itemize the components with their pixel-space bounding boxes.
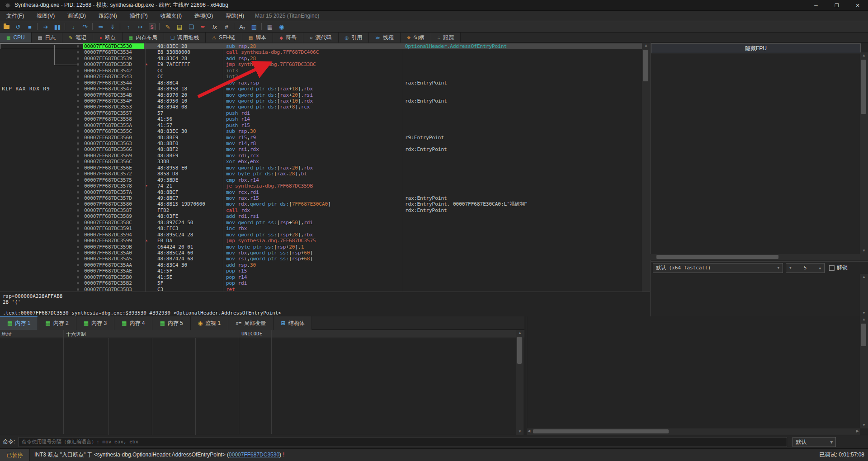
disasm-address[interactable]: 00007FF687DC358C: [84, 220, 143, 226]
menu-item-2[interactable]: 调试(D): [61, 11, 92, 21]
close-button[interactable]: ✕: [847, 0, 868, 11]
menu-item-6[interactable]: 选项(O): [188, 11, 219, 21]
disasm-address[interactable]: 00007FF687DC3587: [84, 207, 143, 213]
tab-script[interactable]: ▤脚本: [242, 33, 273, 42]
disasm-instruction[interactable]: mov qword ptr ds:[rax+18],rbx: [226, 86, 401, 92]
disasm-address[interactable]: 00007FF687DC359B: [84, 244, 143, 250]
tab-threads[interactable]: ≫线程: [369, 33, 400, 42]
arguments-scrollbar[interactable]: ▲▼: [860, 274, 868, 316]
breakpoint-dot[interactable]: [77, 130, 79, 132]
arguments-view[interactable]: [651, 274, 860, 316]
disasm-address[interactable]: 00007FF687DC3575: [84, 177, 143, 183]
unlock-checkbox[interactable]: 解锁: [829, 264, 848, 272]
disasm-instruction[interactable]: mov qword ptr ds:[rax+8],rcx: [226, 104, 401, 110]
disasm-instruction[interactable]: int3: [226, 68, 401, 74]
command-profile-select[interactable]: 默认▾: [793, 437, 836, 447]
disasm-instruction[interactable]: mov rdx,qword ptr ds:[7FF687E30CA0]: [226, 201, 401, 207]
disasm-instruction[interactable]: mov rsi,rdx: [226, 146, 401, 152]
disasm-instruction[interactable]: mov qword ptr ds:[rax-20],rbx: [226, 165, 401, 171]
disasm-row[interactable]: 00007FF687DC357D49:8BC7mov rax,r15rax:En…: [0, 195, 642, 201]
disasm-instruction[interactable]: mov rax,rsp: [226, 80, 401, 86]
disassembly-view[interactable]: 00007FF687DC353048:83EC 28sub rsp,28Opti…: [0, 42, 642, 292]
disasm-address[interactable]: 00007FF687DC3558: [84, 116, 143, 122]
disasm-address[interactable]: 00007FF687DC3539: [84, 56, 143, 61]
stop-icon[interactable]: ■: [24, 22, 35, 32]
disasm-address[interactable]: 00007FF687DC3566: [84, 146, 143, 152]
breakpoint-dot[interactable]: [77, 167, 79, 169]
breakpoint-dot[interactable]: [77, 155, 79, 157]
breakpoint-dot[interactable]: [77, 191, 79, 193]
breakpoint-dot[interactable]: [77, 160, 79, 163]
disasm-row[interactable]: 00007FF687DC355348:8948 08mov qword ptr …: [0, 104, 642, 110]
breakpoint-dot[interactable]: [77, 45, 79, 47]
disasm-row[interactable]: 00007FF687DC353048:83EC 28sub rsp,28Opti…: [0, 43, 642, 49]
disasm-address[interactable]: 00007FF687DC3589: [84, 213, 143, 219]
disasm-instruction[interactable]: sub rsp,30: [226, 128, 401, 134]
disasm-row[interactable]: 00007FF687DC357A48:8BCFmov rcx,rdi: [0, 189, 642, 195]
breakpoint-dot[interactable]: [77, 203, 79, 205]
disasm-row[interactable]: 00007FF687DC358948:03FEadd rdi,rsi: [0, 213, 642, 219]
open-file-icon[interactable]: [1, 22, 12, 32]
disasm-row[interactable]: 00007FF687DC35604D:8BF9mov r15,r9r9:Entr…: [0, 135, 642, 141]
trace-into-icon[interactable]: ⇒: [95, 22, 106, 32]
tab-dump-3[interactable]: ▦内存 3: [76, 316, 114, 330]
disasm-address[interactable]: 00007FF687DC35B2: [84, 280, 143, 286]
breakpoint-dot[interactable]: [77, 94, 79, 96]
disasm-row[interactable]: 00007FF687DC356948:8BF9mov rdi,rcx: [0, 153, 642, 159]
disasm-row[interactable]: 00007FF687DC35634D:8BF0mov r14,r8: [0, 141, 642, 146]
status-address-link[interactable]: 00007FF687DC3530: [229, 452, 279, 458]
breakpoint-dot[interactable]: [77, 148, 79, 151]
disasm-instruction[interactable]: cmp rbx,r14: [226, 177, 401, 183]
disasm-address[interactable]: 00007FF687DC353D: [84, 61, 143, 67]
disasm-address[interactable]: 00007FF687DC3544: [84, 80, 143, 86]
disasm-row[interactable]: 00007FF687DC35B3C3ret: [0, 287, 642, 292]
tab-dump-4[interactable]: ▦内存 4: [114, 316, 152, 330]
disasm-address[interactable]: 00007FF687DC35B0: [84, 274, 143, 280]
disasm-row[interactable]: 00007FF687DC358048:8B15 19D70600mov rdx,…: [0, 201, 642, 207]
disasm-instruction[interactable]: jmp synthesia-dbg.7FF687DC33BC: [226, 61, 401, 67]
breakpoint-dot[interactable]: [77, 142, 79, 145]
disasm-instruction[interactable]: pop r15: [226, 268, 401, 274]
disasm-instruction[interactable]: mov r14,r8: [226, 141, 401, 146]
disasm-row[interactable]: 00007FF687DC354F48:8950 10mov qword ptr …: [0, 98, 642, 104]
run-to-user-code-icon[interactable]: ↦: [135, 22, 146, 32]
disasm-address[interactable]: 00007FF687DC356C: [84, 159, 143, 165]
disasm-address[interactable]: 00007FF687DC3557: [84, 110, 143, 116]
stack-hscrollbar[interactable]: ◀ ▶: [527, 428, 860, 435]
arg-count-spinner[interactable]: ▾5▴: [786, 263, 825, 273]
breakpoint-dot[interactable]: [77, 276, 79, 278]
disasm-row[interactable]: 00007FF687DC359148:FFC3inc rbx: [0, 226, 642, 231]
breakpoint-dot[interactable]: [77, 106, 79, 108]
breakpoint-dot[interactable]: [77, 209, 79, 212]
tab-watch-1[interactable]: ◉监视 1: [191, 316, 229, 330]
registers-scrollbar[interactable]: ▲▼: [860, 52, 868, 254]
disasm-row[interactable]: 00007FF687DC355841:56push r14: [0, 116, 642, 122]
disasm-address[interactable]: 00007FF687DC3563: [84, 141, 143, 146]
disasm-row[interactable]: 00007FF687DC3542CCint3: [0, 68, 642, 74]
disasm-address[interactable]: 00007FF687DC3547: [84, 86, 143, 92]
breakpoint-dot[interactable]: [77, 270, 79, 272]
disasm-instruction[interactable]: add rsp,30: [226, 262, 401, 268]
calculator-icon[interactable]: ▦: [264, 22, 275, 32]
disasm-instruction[interactable]: jmp synthesia-dbg.7FF687DC3575: [226, 238, 401, 244]
breakpoint-dot[interactable]: [77, 173, 79, 175]
disasm-address[interactable]: 00007FF687DC354F: [84, 98, 143, 104]
disasm-address[interactable]: 00007FF687DC357A: [84, 189, 143, 195]
disasm-address[interactable]: 00007FF687DC35A5: [84, 256, 143, 262]
breakpoint-dot[interactable]: [77, 57, 79, 60]
disasm-address[interactable]: 00007FF687DC3572: [84, 171, 143, 177]
tab-dump-5[interactable]: ▦内存 5: [152, 316, 190, 330]
breakpoint-dot[interactable]: [77, 197, 79, 199]
disasm-instruction[interactable]: mov rax,r15: [226, 195, 401, 201]
disasm-row[interactable]: 00007FF687DC358C48:897C24 50mov qword pt…: [0, 220, 642, 226]
disasm-instruction[interactable]: pop r14: [226, 274, 401, 280]
disasm-instruction[interactable]: pop rdi: [226, 280, 401, 286]
disasm-address[interactable]: 00007FF687DC3599: [84, 238, 143, 244]
disasm-address[interactable]: 00007FF687DC3594: [84, 232, 143, 238]
disasm-address[interactable]: 00007FF687DC3578: [84, 183, 143, 189]
stack-view[interactable]: [527, 316, 868, 435]
disasm-instruction[interactable]: mov qword ptr ss:[rsp+28],rbx: [226, 232, 401, 238]
disasm-address[interactable]: 00007FF687DC35A0: [84, 250, 143, 256]
breakpoint-dot[interactable]: [77, 75, 79, 78]
disasm-row[interactable]: 00007FF687DC356E48:8958 E0mov qword ptr …: [0, 165, 642, 171]
